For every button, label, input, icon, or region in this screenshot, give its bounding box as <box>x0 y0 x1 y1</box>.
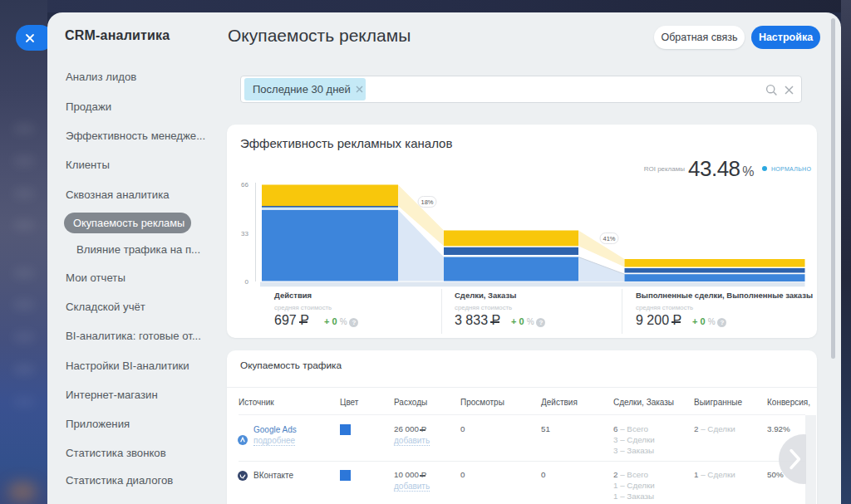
svg-text:66: 66 <box>241 181 248 188</box>
svg-text:0: 0 <box>245 278 249 286</box>
svg-text:33: 33 <box>241 230 248 237</box>
svg-text:18%: 18% <box>421 198 433 206</box>
svg-text:41%: 41% <box>603 235 615 242</box>
